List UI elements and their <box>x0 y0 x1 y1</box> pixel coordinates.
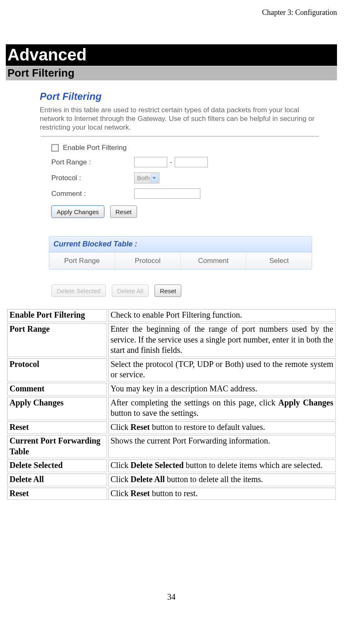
def-desc: Click Reset button to restore to default… <box>108 421 336 434</box>
def-desc: You may key in a description MAC address… <box>108 383 336 396</box>
table-row: Port Range Enter the beginning of the ra… <box>7 323 336 357</box>
col-select: Select <box>246 253 312 269</box>
page-number: 34 <box>6 592 337 602</box>
port-range-label: Port Range : <box>51 158 134 166</box>
current-blocked-table-title: Current Blocked Table : <box>49 236 312 252</box>
def-desc: Enter the beginning of the range of port… <box>108 323 336 357</box>
chapter-header: Chapter 3: Configuration <box>6 8 337 17</box>
def-label: Port Range <box>7 323 107 357</box>
protocol-row: Protocol : Both <box>39 170 320 186</box>
reset-button-bottom[interactable]: Reset <box>154 285 181 297</box>
def-desc: Check to enable Port Filtering function. <box>108 309 336 322</box>
current-blocked-table-header: Port Range Protocol Comment Select <box>49 252 312 269</box>
protocol-label: Protocol : <box>51 174 134 182</box>
col-port-range: Port Range <box>49 253 115 269</box>
table-row: Apply Changes After completing the setti… <box>7 397 336 420</box>
protocol-select[interactable]: Both <box>134 172 159 183</box>
delete-all-button[interactable]: Delete All <box>112 285 149 297</box>
apply-changes-button[interactable]: Apply Changes <box>51 205 104 218</box>
section-title-port-filtering: Port Filtering <box>6 66 337 80</box>
chevron-down-icon <box>151 174 158 182</box>
def-label: Reset <box>7 487 107 500</box>
port-range-row: Port Range : - <box>39 154 320 170</box>
port-range-end-input[interactable] <box>175 157 208 167</box>
enable-row: Enable Port Filtering <box>39 141 320 154</box>
panel-title: Port Filtering <box>39 87 320 104</box>
button-row-bottom: Delete Selected Delete All Reset <box>39 270 320 301</box>
def-label: Apply Changes <box>7 397 107 420</box>
table-row: Delete All Click Delete All button to de… <box>7 473 336 486</box>
comment-row: Comment : <box>39 186 320 201</box>
panel-description: Entries in this table are used to restri… <box>39 104 320 136</box>
comment-input[interactable] <box>134 188 200 199</box>
config-panel-screenshot: Port Filtering Entries in this table are… <box>39 87 337 301</box>
table-row: Enable Port Filtering Check to enable Po… <box>7 309 336 322</box>
table-row: Protocol Select the protocol (TCP, UDP o… <box>7 358 336 381</box>
divider <box>41 136 319 137</box>
button-row-top: Apply Changes Reset <box>39 201 320 222</box>
comment-label: Comment : <box>51 190 134 198</box>
def-desc: After completing the settings on this pa… <box>108 397 336 420</box>
definition-table: Enable Port Filtering Check to enable Po… <box>6 308 337 501</box>
col-protocol: Protocol <box>115 253 180 269</box>
port-range-start-input[interactable] <box>134 157 167 167</box>
enable-port-filtering-label: Enable Port Filtering <box>63 144 127 152</box>
def-label: Delete Selected <box>7 459 107 472</box>
table-row: Delete Selected Click Delete Selected bu… <box>7 459 336 472</box>
table-row: Current Port Forwarding Table Shows the … <box>7 435 336 458</box>
protocol-value: Both <box>137 174 150 181</box>
section-title-advanced: Advanced <box>6 44 337 66</box>
def-desc: Select the protocol (TCP, UDP or Both) u… <box>108 358 336 381</box>
port-range-separator: - <box>170 158 172 166</box>
def-desc: Click Delete All button to delete all th… <box>108 473 336 486</box>
delete-selected-button[interactable]: Delete Selected <box>51 285 106 297</box>
def-label: Comment <box>7 383 107 396</box>
def-label: Enable Port Filtering <box>7 309 107 322</box>
current-blocked-table: Current Blocked Table : Port Range Proto… <box>49 236 312 270</box>
def-desc: Click Reset button to rest. <box>108 487 336 500</box>
def-label: Protocol <box>7 358 107 381</box>
def-desc: Click Delete Selected button to delete i… <box>108 459 336 472</box>
def-desc: Shows the current Port Forwarding inform… <box>108 435 336 458</box>
table-row: Reset Click Reset button to rest. <box>7 487 336 500</box>
table-row: Reset Click Reset button to restore to d… <box>7 421 336 434</box>
reset-button[interactable]: Reset <box>110 205 137 218</box>
col-comment: Comment <box>180 253 246 269</box>
def-label: Current Port Forwarding Table <box>7 435 107 458</box>
def-label: Reset <box>7 421 107 434</box>
table-row: Comment You may key in a description MAC… <box>7 383 336 396</box>
def-label: Delete All <box>7 473 107 486</box>
enable-port-filtering-checkbox[interactable] <box>51 144 59 152</box>
